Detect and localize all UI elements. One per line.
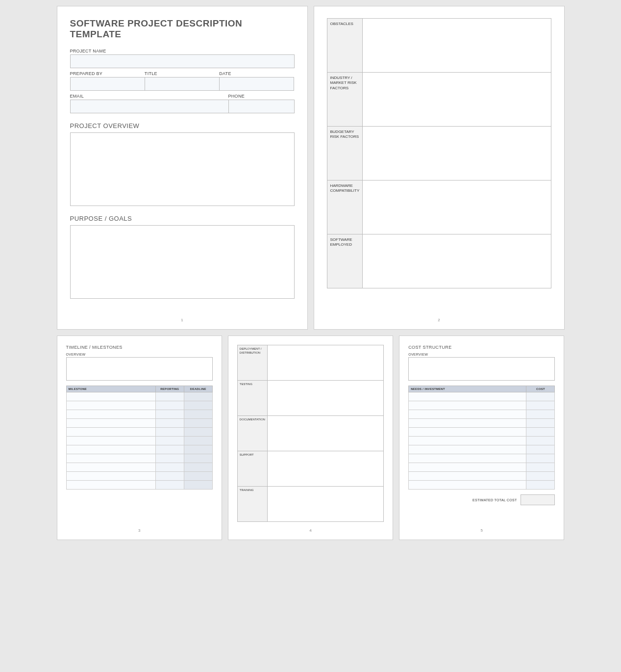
cell-need[interactable] [409,428,526,437]
cell-reporting[interactable] [155,401,184,410]
deploy-row-value[interactable] [267,381,383,416]
heading-timeline: TIMELINE / MILESTONES [66,345,213,350]
cell-need[interactable] [409,481,526,490]
cell-milestone[interactable] [66,401,155,410]
cell-need[interactable] [409,401,526,410]
cell-reporting[interactable] [155,472,184,481]
cell-need[interactable] [409,463,526,472]
risk-row-value[interactable] [363,181,551,234]
cell-deadline[interactable] [184,419,212,428]
table-row [409,437,555,445]
table-row [409,454,555,463]
risk-row-value[interactable] [363,19,551,73]
deploy-row-value[interactable] [267,416,383,451]
table-row [66,445,212,454]
textarea-project-overview[interactable] [70,132,295,206]
cell-milestone[interactable] [66,392,155,401]
textarea-cost-overview[interactable] [408,357,555,381]
cell-cost[interactable] [526,401,555,410]
cell-cost[interactable] [526,472,555,481]
cell-deadline[interactable] [184,401,212,410]
cell-milestone[interactable] [66,410,155,419]
input-phone[interactable] [228,100,295,113]
page-5: COST STRUCTURE OVERVIEW NEEDS / INVESTME… [399,336,564,540]
input-project-name[interactable] [70,54,295,68]
col-milestone: MILESTONE [66,386,155,392]
cell-need[interactable] [409,445,526,454]
cell-reporting[interactable] [155,419,184,428]
cell-cost[interactable] [526,445,555,454]
table-row [66,454,212,463]
input-title[interactable] [145,77,220,91]
risk-row-value[interactable] [363,73,551,127]
page-number: 5 [399,528,564,533]
value-estimated-total-cost[interactable] [521,494,555,505]
textarea-timeline-overview[interactable] [66,357,213,381]
cell-milestone[interactable] [66,419,155,428]
table-row [66,437,212,445]
cell-need[interactable] [409,454,526,463]
input-date[interactable] [219,77,294,91]
deploy-row-value[interactable] [267,451,383,487]
label-email: EMAIL [70,94,229,99]
risk-row-value[interactable] [363,127,551,181]
table-row [66,392,212,401]
page-number: 2 [314,318,564,322]
table-row [409,419,555,428]
cell-cost[interactable] [526,481,555,490]
cell-deadline[interactable] [184,472,212,481]
table-milestones: MILESTONE REPORTING DEADLINE [66,386,213,490]
input-prepared-by[interactable] [70,77,145,91]
cell-milestone[interactable] [66,472,155,481]
page-1: SOFTWARE PROJECT DESCRIPTION TEMPLATE PR… [57,6,308,330]
cell-milestone[interactable] [66,437,155,445]
cell-cost[interactable] [526,437,555,445]
cell-deadline[interactable] [184,392,212,401]
deploy-row-label: TESTING [237,381,267,416]
cell-cost[interactable] [526,419,555,428]
cell-need[interactable] [409,392,526,401]
cell-cost[interactable] [526,410,555,419]
label-prepared-by: PREPARED BY [70,71,145,76]
cell-deadline[interactable] [184,445,212,454]
cell-milestone[interactable] [66,481,155,490]
cell-deadline[interactable] [184,437,212,445]
deploy-row-value[interactable] [267,487,383,522]
cell-reporting[interactable] [155,445,184,454]
cell-milestone[interactable] [66,463,155,472]
table-costs: NEEDS / INVESTMENT COST [408,386,555,490]
risk-row-label: SOFTWARE EMPLOYED [327,234,363,288]
cell-cost[interactable] [526,392,555,401]
page-3: TIMELINE / MILESTONES OVERVIEW MILESTONE… [57,336,222,540]
cell-milestone[interactable] [66,454,155,463]
cell-milestone[interactable] [66,428,155,437]
cell-milestone[interactable] [66,445,155,454]
cell-cost[interactable] [526,463,555,472]
cell-cost[interactable] [526,428,555,437]
cell-reporting[interactable] [155,463,184,472]
cell-deadline[interactable] [184,463,212,472]
risk-row-value[interactable] [363,234,551,288]
cell-reporting[interactable] [155,481,184,490]
page-number: 1 [57,318,307,322]
label-estimated-total-cost: ESTIMATED TOTAL COST [472,498,517,502]
cell-reporting[interactable] [155,410,184,419]
cell-deadline[interactable] [184,481,212,490]
input-email[interactable] [70,100,229,113]
cell-deadline[interactable] [184,454,212,463]
cell-need[interactable] [409,472,526,481]
deploy-row-value[interactable] [267,345,383,381]
cell-cost[interactable] [526,454,555,463]
textarea-purpose-goals[interactable] [70,225,295,299]
cell-reporting[interactable] [155,392,184,401]
cell-reporting[interactable] [155,437,184,445]
cell-deadline[interactable] [184,410,212,419]
cell-need[interactable] [409,410,526,419]
col-deadline: DEADLINE [184,386,212,392]
risk-row-label: OBSTACLES [327,19,363,73]
cell-need[interactable] [409,419,526,428]
cell-reporting[interactable] [155,428,184,437]
cell-reporting[interactable] [155,454,184,463]
cell-need[interactable] [409,437,526,445]
cell-deadline[interactable] [184,428,212,437]
